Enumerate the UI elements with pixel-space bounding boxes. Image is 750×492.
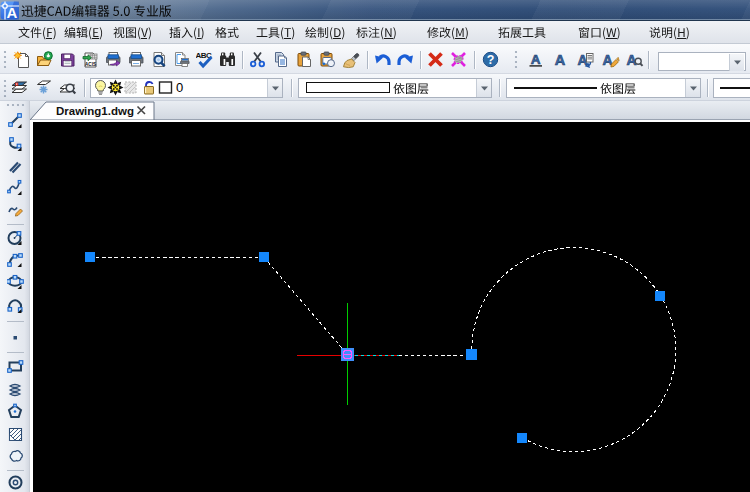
svg-text:A: A	[555, 52, 566, 68]
svg-text:A: A	[531, 52, 541, 67]
svg-text:?: ?	[487, 53, 495, 67]
svg-text:ACIS: ACIS	[85, 62, 96, 67]
svg-text:A: A	[7, 4, 18, 20]
